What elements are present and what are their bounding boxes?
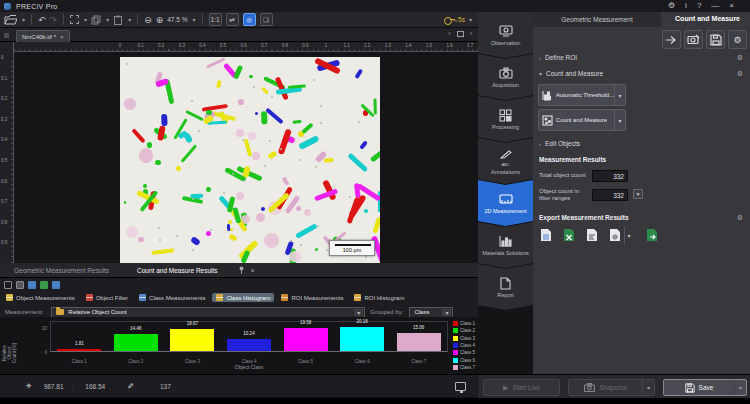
open-file-chevron-icon[interactable]: ▾	[22, 16, 25, 23]
define-roi-gear-icon[interactable]: ⚙	[737, 54, 743, 62]
section-define-roi[interactable]: › Define ROI	[539, 54, 577, 61]
grouped-by-dropdown-chevron-icon[interactable]: ▾	[442, 309, 451, 316]
gallery-toggle-icon[interactable]	[457, 31, 464, 37]
open-file-icon[interactable]	[4, 14, 17, 25]
export-results-header: Export Measurement Results	[539, 214, 629, 221]
save-button[interactable]: Save ▾	[663, 379, 747, 396]
edit-objects-collapse-icon[interactable]: ›	[539, 141, 541, 147]
threshold-chevron-icon[interactable]: ▾	[614, 85, 625, 105]
count-measure-expand-icon[interactable]: ▾	[539, 70, 542, 77]
select-region-icon[interactable]	[70, 15, 79, 24]
grouped-by-dropdown[interactable]: Class ▾	[409, 307, 453, 318]
count-and-measure-button[interactable]: Count and Measure ▾	[538, 109, 626, 131]
gallery-prev-icon[interactable]: ‹	[448, 30, 450, 37]
send-to-workflow-button[interactable]	[662, 30, 681, 49]
tool-panel-header: Geometric Measurement Count and Measure	[533, 12, 750, 27]
processing-grid-icon	[498, 109, 513, 122]
help-icon[interactable]: ?	[697, 1, 701, 11]
export-sheet-icon[interactable]	[28, 281, 36, 289]
timer-badge[interactable]: 5s ▾	[444, 16, 472, 23]
export-to-excel-button[interactable]	[643, 226, 661, 244]
filter-tab-roi-histogram[interactable]: ROI Histogram	[350, 293, 408, 302]
filter-tab-object-measurements[interactable]: Object Measurements	[2, 293, 79, 302]
pin-icon[interactable]	[238, 266, 245, 274]
paste-chevron-icon[interactable]: ▾	[128, 16, 131, 23]
filter-count-field[interactable]: 332	[592, 189, 628, 201]
automatic-threshold-button[interactable]: Automatic Threshold... ▾	[538, 84, 626, 106]
save-settings-button[interactable]	[706, 30, 725, 49]
specimen-image[interactable]: 100 µm	[120, 57, 380, 263]
results-close-icon[interactable]: ×	[251, 267, 255, 274]
zoom-in-icon[interactable]: ⊕	[156, 14, 164, 26]
filter-tab-object-filter[interactable]: Object Filter	[82, 293, 132, 302]
image-canvas[interactable]: 00.10.20.30.40.50.60.70.80.911.11.21.31.…	[0, 42, 478, 263]
copy-chevron-icon[interactable]: ▾	[106, 16, 109, 23]
export-workbook-button[interactable]	[606, 226, 624, 244]
export-gear-icon[interactable]: ⚙	[737, 214, 743, 222]
copy-icon[interactable]	[91, 15, 101, 25]
export-text-button[interactable]	[583, 226, 601, 244]
filter-tab-class-histogram[interactable]: Class Histogram	[212, 293, 274, 302]
filter-tab-roi-measurements[interactable]: ROI Measurements	[277, 293, 347, 302]
section-edit-objects[interactable]: › Edit Objects	[539, 140, 580, 147]
close-icon[interactable]: ×	[729, 1, 734, 11]
info-icon[interactable]: i	[685, 1, 687, 11]
live-target-icon[interactable]: ◎	[243, 13, 256, 26]
zoom-level-chevron-icon[interactable]: ▾	[193, 16, 196, 23]
tab-count-measure-results[interactable]: Count and Measure Results	[123, 267, 232, 274]
copy-results-icon[interactable]	[16, 281, 24, 289]
chart-plot-area: 0201.81Class 114.46Class 218.67Class 310…	[50, 321, 448, 352]
settings-icon[interactable]: ⚙	[668, 1, 675, 11]
sidebar-item-processing[interactable]: Processing	[478, 96, 533, 142]
export-excel-button[interactable]	[560, 226, 578, 244]
start-live-button[interactable]: ▶ Start Live	[483, 379, 560, 396]
capture-settings-button[interactable]	[684, 30, 703, 49]
save-chevron-icon[interactable]: ▾	[734, 380, 746, 395]
sidebar-item-annotations[interactable]: ABC Annotations	[478, 138, 533, 184]
section-count-and-measure[interactable]: ▾ Count and Measure	[539, 70, 603, 77]
export-report-icon[interactable]	[52, 281, 60, 289]
export-excel-icon[interactable]	[40, 281, 48, 289]
export-workbook-chevron-icon[interactable]: ▾	[624, 226, 633, 244]
filter-tab-class-measurements[interactable]: Class Measurements	[135, 293, 209, 302]
tab-list-icon[interactable]	[4, 33, 9, 38]
snapshot-button[interactable]: Snapshot ▾	[568, 379, 655, 396]
image-tab-close-icon[interactable]: ×	[60, 34, 64, 40]
specimen-speck	[300, 244, 302, 246]
fit-to-window-icon[interactable]: ⇄	[226, 13, 239, 26]
sidebar-item-materials-solutions[interactable]: Materials Solutions	[478, 222, 533, 268]
h-ruler-tick-label: 0.6	[240, 43, 246, 48]
specimen-object	[124, 201, 127, 204]
fullscreen-icon[interactable]: ❏	[260, 13, 273, 26]
tool-header-tab[interactable]: Geometric Measurement	[533, 12, 661, 27]
zoom-out-icon[interactable]: ⊖	[144, 14, 152, 26]
count-measure-gear-icon[interactable]: ⚙	[737, 70, 743, 78]
paste-icon[interactable]	[113, 15, 123, 25]
minimize-icon[interactable]: —	[711, 1, 719, 11]
step-settings-button[interactable]: ⚙	[728, 30, 747, 49]
export-csv-button[interactable]	[537, 226, 555, 244]
measurement-dropdown[interactable]: Relative Object Count ▾	[51, 307, 365, 318]
sidebar-item-acquisition[interactable]: Acquisition	[478, 54, 533, 100]
filter-icon[interactable]: ▼	[633, 189, 643, 199]
count-measure-chevron-icon[interactable]: ▾	[614, 110, 625, 130]
select-region-chevron-icon[interactable]: ▾	[84, 16, 87, 23]
undo-icon[interactable]: ↶	[38, 14, 46, 26]
display-icon[interactable]	[455, 382, 466, 391]
pipette-icon: ✎	[127, 382, 134, 391]
sidebar-item-report[interactable]: Report	[478, 264, 533, 310]
image-tab[interactable]: NmC40b.tif * ×	[16, 30, 70, 42]
snapshot-chevron-icon[interactable]: ▾	[642, 380, 654, 395]
zoom-level-value[interactable]: 47.5 %	[167, 16, 187, 23]
define-roi-collapse-icon[interactable]: ›	[539, 55, 541, 61]
redo-icon[interactable]: ↷	[50, 14, 58, 26]
sidebar-item-2d-measurement[interactable]: 2D Measurement	[478, 180, 533, 226]
tab-geometric-results[interactable]: Geometric Measurement Results	[0, 267, 123, 274]
total-object-count-field[interactable]: 332	[592, 170, 628, 182]
chart-bar-value: 1.81	[75, 341, 84, 346]
select-all-icon[interactable]	[4, 281, 12, 289]
sidebar-item-observation[interactable]: Observation	[478, 12, 533, 58]
gallery-next-icon[interactable]: ›	[470, 30, 472, 37]
actual-size-button[interactable]: 1:1	[209, 13, 222, 26]
measurement-dropdown-chevron-icon[interactable]: ▾	[354, 309, 363, 316]
